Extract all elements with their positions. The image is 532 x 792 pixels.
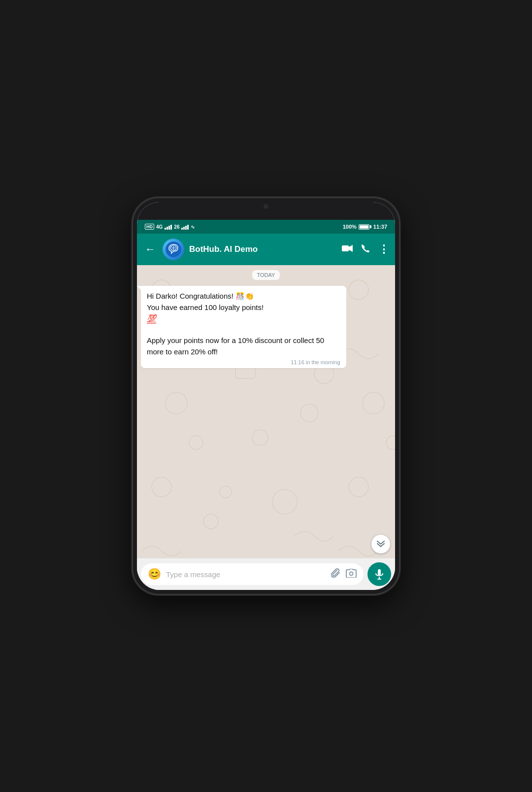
wifi-icon: ∿: [191, 224, 195, 230]
phone-frame: HD 4G 26 ∿ 100%: [133, 198, 399, 594]
message-bubble: Hi Darko! Congratulations! 🎊👏 You have e…: [141, 286, 346, 368]
avatar-image: [163, 239, 184, 260]
voice-message-button[interactable]: [367, 562, 391, 586]
attachment-icon[interactable]: [331, 568, 341, 581]
message-text: Hi Darko! Congratulations! 🎊👏 You have e…: [147, 291, 340, 357]
clock: 11:37: [373, 224, 387, 230]
battery-percent: 100%: [343, 224, 357, 230]
contact-info: BotHub. AI Demo: [189, 244, 337, 254]
network-2g: 26: [174, 224, 179, 230]
more-options-icon[interactable]: ⋮: [378, 243, 389, 256]
header-icons: ⋮: [342, 243, 389, 256]
contact-name: BotHub. AI Demo: [189, 244, 337, 254]
camera-dot: [264, 204, 268, 209]
emoji-picker-icon[interactable]: 😊: [148, 568, 161, 581]
video-call-icon[interactable]: [342, 244, 353, 255]
message-line3: Apply your points now for a 10% discount…: [147, 336, 324, 356]
camera-icon[interactable]: [346, 568, 357, 581]
message-time: 11:16 in the morning: [147, 359, 340, 365]
status-left: HD 4G 26 ∿: [145, 224, 195, 230]
chat-input-bar: 😊 Type a message: [137, 558, 395, 590]
scroll-down-button[interactable]: [371, 535, 390, 553]
svg-rect-6: [378, 569, 381, 575]
phone-call-icon[interactable]: [361, 243, 370, 256]
date-badge: TODAY: [141, 270, 391, 280]
date-badge-label: TODAY: [252, 270, 280, 280]
chat-body: TODAY Hi Darko! Congratulations! 🎊👏 You …: [137, 265, 395, 558]
status-right: 100% 11:37: [343, 224, 387, 230]
hd-indicator: HD: [145, 224, 154, 230]
svg-point-5: [350, 572, 353, 576]
message-line2: You have earned 100 loyalty points!: [147, 303, 264, 311]
phone-inner: HD 4G 26 ∿ 100%: [137, 202, 395, 590]
message-line1: Hi Darko! Congratulations! 🎊👏: [147, 292, 254, 300]
battery-icon: [359, 224, 371, 230]
signal-2g-bars: [181, 224, 189, 230]
camera-notch: [246, 202, 286, 212]
chat-header: ← BotHub. AI Demo: [137, 234, 395, 265]
svg-rect-4: [342, 245, 349, 251]
status-bar: HD 4G 26 ∿ 100%: [137, 220, 395, 234]
input-right-icons: [331, 568, 357, 581]
message-input[interactable]: Type a message: [166, 570, 326, 579]
message-input-container[interactable]: 😊 Type a message: [141, 563, 364, 585]
notch-area: [137, 202, 395, 220]
back-button[interactable]: ←: [143, 241, 158, 258]
network-4g: 4G: [156, 224, 163, 230]
bothub-logo: [166, 241, 181, 257]
avatar: [163, 239, 184, 260]
signal-4g-bars: [165, 224, 172, 230]
message-emoji-100: 💯: [147, 314, 156, 322]
